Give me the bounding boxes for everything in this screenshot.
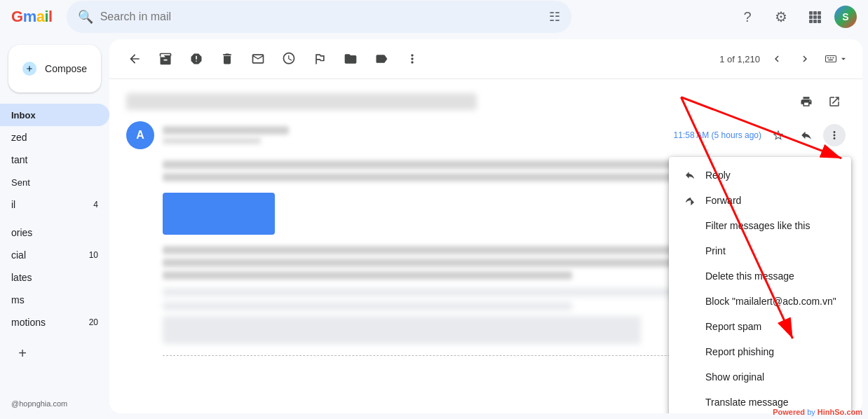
main-layout: Compose Inbox zed tant Sent il 4 ories c… <box>0 34 868 419</box>
svg-rect-5 <box>818 15 821 19</box>
menu-item-filter[interactable]: Filter messages like this <box>669 213 851 238</box>
menu-item-reply[interactable]: Reply <box>669 163 851 188</box>
add-task-button[interactable] <box>306 45 334 73</box>
sidebar-forums-label: ms <box>11 294 109 305</box>
svg-rect-7 <box>813 20 817 23</box>
svg-rect-10 <box>826 56 836 62</box>
search-bar[interactable]: 🔍 ☷ <box>67 1 571 33</box>
reply-icon <box>683 170 697 181</box>
email-toolbar: 1 of 1,210 <box>109 39 862 79</box>
sidebar-item-drafts[interactable]: il 4 <box>0 193 109 216</box>
star-button[interactable] <box>767 124 789 146</box>
compose-button[interactable]: Compose <box>8 45 101 92</box>
menu-translate-label: Translate message <box>705 397 789 408</box>
sidebar-promotions-count: 20 <box>89 317 98 327</box>
sidebar-sent-label: Sent <box>11 177 109 188</box>
more-toolbar-button[interactable] <box>398 45 426 73</box>
sidebar-promotions-label: motions <box>11 317 89 328</box>
sidebar-drafts-count: 4 <box>93 200 98 210</box>
sidebar: Compose Inbox zed tant Sent il 4 ories c… <box>0 34 109 419</box>
prev-email-button[interactable] <box>766 48 788 70</box>
sender-info <box>163 126 665 144</box>
menu-delete-label: Delete this message <box>705 270 794 282</box>
compose-label: Compose <box>45 63 87 74</box>
more-message-button[interactable] <box>823 124 846 146</box>
user-avatar[interactable]: S <box>834 6 857 28</box>
toolbar-pager: 1 of 1,210 <box>719 48 851 70</box>
menu-item-phishing[interactable]: Report phishing <box>669 339 851 364</box>
sidebar-item-categories[interactable]: ories <box>0 221 109 244</box>
delete-button[interactable] <box>213 45 241 73</box>
svg-rect-0 <box>809 11 813 15</box>
svg-rect-3 <box>809 15 813 19</box>
sidebar-item-forums[interactable]: ms <box>0 289 109 311</box>
apps-button[interactable] <box>801 3 829 31</box>
help-button[interactable]: ? <box>733 3 761 31</box>
sidebar-drafts-label: il <box>11 199 93 210</box>
open-in-new-button[interactable] <box>823 90 846 113</box>
email-area: 1 of 1,210 <box>109 39 862 413</box>
settings-button[interactable]: ⚙ <box>767 3 795 31</box>
report-spam-button[interactable] <box>182 45 210 73</box>
svg-rect-6 <box>809 20 813 23</box>
move-to-button[interactable] <box>337 45 365 73</box>
sidebar-social-label: cial <box>11 249 89 261</box>
svg-rect-8 <box>818 20 821 23</box>
svg-rect-13 <box>832 57 834 59</box>
sidebar-item-promotions[interactable]: motions 20 <box>0 311 109 334</box>
menu-item-show-original[interactable]: Show original <box>669 364 851 390</box>
svg-rect-11 <box>827 57 829 59</box>
sidebar-item-sent[interactable]: Sent <box>0 171 109 193</box>
menu-item-block[interactable]: Block "mailalert@acb.com.vn" <box>669 289 851 314</box>
svg-rect-2 <box>818 11 821 15</box>
menu-item-print[interactable]: Print <box>669 238 851 263</box>
email-time: 11:58 AM (5 hours ago) <box>674 130 761 140</box>
label-button[interactable] <box>367 45 395 73</box>
sidebar-snoozed-label: tant <box>11 154 109 165</box>
sidebar-social-count: 10 <box>89 250 98 260</box>
menu-filter-label: Filter messages like this <box>705 220 810 231</box>
forward-icon <box>683 195 697 206</box>
sidebar-email: @hopnghia.com <box>0 394 109 413</box>
watermark: Powered by HinhSo.com <box>773 408 862 416</box>
dropdown-menu: Reply Forward Filter messages like this … <box>669 157 851 413</box>
search-filter-icon[interactable]: ☷ <box>549 9 560 25</box>
menu-phishing-label: Report phishing <box>705 346 774 357</box>
sidebar-item-social[interactable]: cial 10 <box>0 244 109 266</box>
snooze-button[interactable] <box>275 45 303 73</box>
next-email-button[interactable] <box>794 48 816 70</box>
menu-item-forward[interactable]: Forward <box>669 188 851 213</box>
svg-rect-14 <box>828 60 833 61</box>
menu-block-label: Block "mailalert@acb.com.vn" <box>705 296 836 307</box>
sidebar-categories-label: ories <box>11 227 109 238</box>
svg-rect-1 <box>813 11 817 15</box>
sidebar-item-updates[interactable]: lates <box>0 266 109 289</box>
archive-button[interactable] <box>151 45 179 73</box>
menu-item-spam[interactable]: Report spam <box>669 314 851 339</box>
sidebar-item-snoozed[interactable]: tant <box>0 149 109 171</box>
search-icon: 🔍 <box>78 9 93 25</box>
search-input[interactable] <box>100 11 542 23</box>
menu-print-label: Print <box>705 245 726 256</box>
keyboard-shortcuts-button[interactable] <box>822 48 851 70</box>
sidebar-item-starred[interactable]: zed <box>0 126 109 149</box>
menu-spam-label: Report spam <box>705 321 761 332</box>
email-image <box>163 193 275 235</box>
sidebar-item-inbox[interactable]: Inbox <box>0 104 109 126</box>
back-button[interactable] <box>121 45 149 73</box>
sidebar-inbox-label: Inbox <box>11 110 109 121</box>
menu-forward-label: Forward <box>705 195 741 206</box>
mark-unread-button[interactable] <box>244 45 272 73</box>
reply-quick-button[interactable] <box>795 124 818 146</box>
sidebar-updates-label: lates <box>11 272 109 283</box>
topbar: Gmail 🔍 ☷ ? ⚙ S <box>0 0 868 34</box>
email-header-row: A 11:58 AM (5 hours ago) <box>126 121 846 149</box>
sidebar-add-button[interactable]: + <box>11 342 34 364</box>
menu-item-delete[interactable]: Delete this message <box>669 263 851 289</box>
svg-rect-12 <box>830 57 832 59</box>
print-button[interactable] <box>795 90 818 113</box>
gmail-logo: Gmail <box>11 8 53 26</box>
topbar-right: ? ⚙ S <box>733 3 857 31</box>
menu-show-original-label: Show original <box>705 371 764 383</box>
pager-text: 1 of 1,210 <box>719 54 760 64</box>
